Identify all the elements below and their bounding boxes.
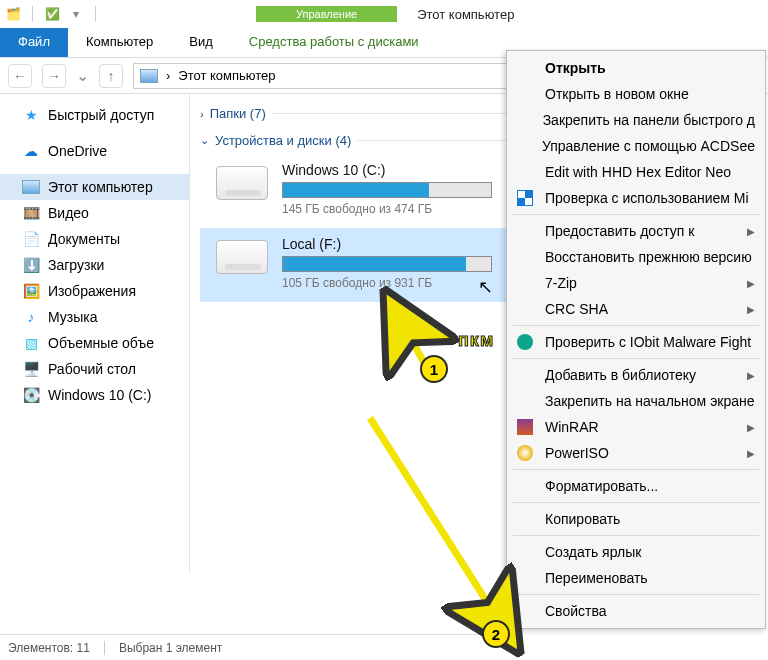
status-bar: Элементов: 11 Выбран 1 элемент bbox=[0, 634, 520, 660]
this-pc-icon bbox=[140, 69, 158, 83]
download-icon: ⬇️ bbox=[22, 256, 40, 274]
document-icon: 📄 bbox=[22, 230, 40, 248]
address-bar[interactable]: › Этот компьютер bbox=[133, 63, 553, 89]
drive-usage-bar bbox=[282, 182, 492, 198]
nav-forward-button[interactable]: → bbox=[42, 64, 66, 88]
sidebar-item-label: Этот компьютер bbox=[48, 179, 153, 195]
poweriso-icon bbox=[515, 444, 535, 462]
chevron-right-icon: › bbox=[200, 108, 204, 120]
sidebar-item-label: Видео bbox=[48, 205, 89, 221]
ctx-format[interactable]: Форматировать... bbox=[507, 473, 765, 499]
sidebar-item-pictures[interactable]: 🖼️ Изображения bbox=[0, 278, 189, 304]
sidebar-item-videos[interactable]: 🎞️ Видео bbox=[0, 200, 189, 226]
drive-name: Local (F:) bbox=[282, 236, 520, 252]
status-selection: Выбран 1 элемент bbox=[119, 641, 222, 655]
music-icon: ♪ bbox=[22, 308, 40, 326]
chevron-right-icon: ▶ bbox=[747, 226, 755, 237]
separator bbox=[513, 594, 759, 595]
drive-free-text: 105 ГБ свободно из 931 ГБ bbox=[282, 276, 520, 290]
ctx-pin-quick-access[interactable]: Закрепить на панели быстрого д bbox=[507, 107, 765, 133]
star-icon: ★ bbox=[22, 106, 40, 124]
ctx-pin-start[interactable]: Закрепить на начальном экране bbox=[507, 388, 765, 414]
ctx-previous-versions[interactable]: Восстановить прежнюю версию bbox=[507, 244, 765, 270]
sidebar-item-label: Windows 10 (C:) bbox=[48, 387, 151, 403]
chevron-right-icon: ▶ bbox=[747, 370, 755, 381]
sidebar-item-label: Рабочий стол bbox=[48, 361, 136, 377]
context-menu[interactable]: Открыть Открыть в новом окне Закрепить н… bbox=[506, 50, 766, 629]
sidebar-item-desktop[interactable]: 🖥️ Рабочий стол bbox=[0, 356, 189, 382]
contextual-tab-manage[interactable]: Управление bbox=[256, 6, 397, 22]
separator bbox=[513, 214, 759, 215]
breadcrumb[interactable]: Этот компьютер bbox=[178, 68, 275, 83]
drive-icon bbox=[216, 240, 268, 274]
chevron-right-icon: ▶ bbox=[747, 278, 755, 289]
ctx-defender-scan[interactable]: Проверка с использованием Mi bbox=[507, 185, 765, 211]
separator bbox=[513, 535, 759, 536]
sidebar-item-label: Изображения bbox=[48, 283, 136, 299]
separator bbox=[513, 469, 759, 470]
navigation-pane[interactable]: ★ Быстрый доступ ☁ OneDrive Этот компьют… bbox=[0, 94, 190, 574]
desktop-icon: 🖥️ bbox=[22, 360, 40, 378]
ctx-open-new-window[interactable]: Открыть в новом окне bbox=[507, 81, 765, 107]
separator bbox=[513, 502, 759, 503]
tab-disk-tools[interactable]: Средства работы с дисками bbox=[231, 28, 437, 57]
drive-item-c[interactable]: Windows 10 (C:) 145 ГБ свободно из 474 Г… bbox=[200, 154, 530, 228]
ctx-copy[interactable]: Копировать bbox=[507, 506, 765, 532]
separator bbox=[104, 641, 105, 655]
ctx-poweriso[interactable]: PowerISO▶ bbox=[507, 440, 765, 466]
sidebar-item-label: Загрузки bbox=[48, 257, 104, 273]
separator bbox=[513, 358, 759, 359]
sidebar-item-label: Объемные объе bbox=[48, 335, 154, 351]
ctx-acdsee[interactable]: Управление с помощью ACDSee bbox=[507, 133, 765, 159]
drive-icon: 💽 bbox=[22, 386, 40, 404]
ctx-open[interactable]: Открыть bbox=[507, 55, 765, 81]
ctx-properties[interactable]: Свойства bbox=[507, 598, 765, 624]
tab-computer[interactable]: Компьютер bbox=[68, 28, 171, 57]
sidebar-item-label: Быстрый доступ bbox=[48, 107, 154, 123]
drive-icon bbox=[216, 166, 268, 200]
sidebar-item-onedrive[interactable]: ☁ OneDrive bbox=[0, 138, 189, 164]
separator bbox=[95, 6, 96, 22]
ctx-add-to-library[interactable]: Добавить в библиотеку▶ bbox=[507, 362, 765, 388]
sidebar-item-downloads[interactable]: ⬇️ Загрузки bbox=[0, 252, 189, 278]
ctx-create-shortcut[interactable]: Создать ярлык bbox=[507, 539, 765, 565]
sidebar-item-music[interactable]: ♪ Музыка bbox=[0, 304, 189, 330]
sidebar-item-label: OneDrive bbox=[48, 143, 107, 159]
sidebar-item-documents[interactable]: 📄 Документы bbox=[0, 226, 189, 252]
group-label: Устройства и диски (4) bbox=[215, 133, 351, 148]
window-title: Этот компьютер bbox=[417, 7, 514, 22]
ctx-hex-editor[interactable]: Edit with HHD Hex Editor Neo bbox=[507, 159, 765, 185]
sidebar-item-quick-access[interactable]: ★ Быстрый доступ bbox=[0, 102, 189, 128]
sidebar-item-this-pc[interactable]: Этот компьютер bbox=[0, 174, 189, 200]
nav-back-button[interactable]: ← bbox=[8, 64, 32, 88]
separator bbox=[32, 6, 33, 22]
iobit-icon bbox=[515, 333, 535, 351]
drive-item-f[interactable]: Local (F:) 105 ГБ свободно из 931 ГБ bbox=[200, 228, 530, 302]
video-icon: 🎞️ bbox=[22, 204, 40, 222]
recent-locations-dropdown[interactable]: ⌄ bbox=[76, 66, 89, 85]
tab-view[interactable]: Вид bbox=[171, 28, 231, 57]
sidebar-item-drive-c[interactable]: 💽 Windows 10 (C:) bbox=[0, 382, 189, 408]
ctx-rename[interactable]: Переименовать bbox=[507, 565, 765, 591]
status-item-count: Элементов: 11 bbox=[8, 641, 90, 655]
cube-icon: ▧ bbox=[22, 334, 40, 352]
ctx-crc-sha[interactable]: CRC SHA▶ bbox=[507, 296, 765, 322]
chevron-right-icon: ▶ bbox=[747, 448, 755, 459]
properties-qat-icon[interactable]: ✅ bbox=[43, 5, 61, 23]
tab-file[interactable]: Файл bbox=[0, 28, 68, 57]
chevron-right-icon: ▶ bbox=[747, 422, 755, 433]
ctx-iobit[interactable]: Проверить с IObit Malware Fight bbox=[507, 329, 765, 355]
group-label: Папки (7) bbox=[210, 106, 266, 121]
ctx-winrar[interactable]: WinRAR▶ bbox=[507, 414, 765, 440]
cloud-icon: ☁ bbox=[22, 142, 40, 160]
ctx-7zip[interactable]: 7-Zip▶ bbox=[507, 270, 765, 296]
sidebar-item-label: Музыка bbox=[48, 309, 98, 325]
qat-dropdown-icon[interactable]: ▾ bbox=[67, 5, 85, 23]
ctx-give-access[interactable]: Предоставить доступ к▶ bbox=[507, 218, 765, 244]
nav-up-button[interactable]: ↑ bbox=[99, 64, 123, 88]
separator bbox=[513, 325, 759, 326]
drive-usage-bar bbox=[282, 256, 492, 272]
sidebar-item-3d-objects[interactable]: ▧ Объемные объе bbox=[0, 330, 189, 356]
drive-name: Windows 10 (C:) bbox=[282, 162, 520, 178]
breadcrumb-sep: › bbox=[166, 68, 170, 83]
